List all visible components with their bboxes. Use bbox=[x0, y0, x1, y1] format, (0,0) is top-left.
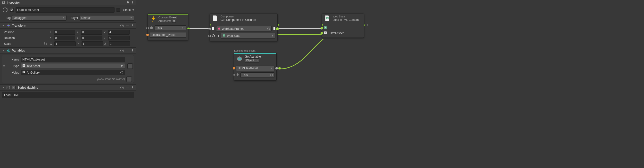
flow-input-port[interactable] bbox=[146, 27, 149, 29]
object-picker-icon[interactable] bbox=[270, 74, 273, 76]
foldout-icon[interactable]: ▼ bbox=[2, 24, 4, 27]
foldout-icon[interactable]: ▼ bbox=[2, 49, 4, 52]
lock-icon[interactable] bbox=[127, 1, 130, 4]
source-value: This bbox=[242, 73, 248, 77]
variable-name-input[interactable] bbox=[21, 57, 125, 62]
target-field[interactable]: WebSlateFramed bbox=[216, 26, 272, 31]
variable-type-label: Type bbox=[7, 64, 19, 68]
position-z-input[interactable] bbox=[108, 30, 130, 35]
graph-canvas[interactable]: Custom Event Arguments 0 ➔ This bbox=[136, 0, 644, 168]
node-header[interactable]: Custom Event Arguments 0 bbox=[148, 14, 188, 24]
node-get-component[interactable]: Component Get Component In Children ➔ ➔ bbox=[210, 13, 278, 41]
graph-name-field[interactable]: Load HTML bbox=[2, 92, 134, 98]
variable-kind-value: Object bbox=[246, 59, 254, 62]
flow-output-port[interactable]: ➔ bbox=[187, 26, 190, 30]
scale-y-input[interactable] bbox=[82, 41, 103, 46]
foldout-icon[interactable]: ▼ bbox=[2, 86, 4, 89]
target-field[interactable]: This bbox=[154, 25, 186, 31]
object-picker-icon[interactable] bbox=[120, 71, 123, 74]
variables-title: Variables bbox=[12, 49, 25, 52]
node-header[interactable]: Get Variable Object ▼ bbox=[234, 53, 276, 64]
variable-name-row: Name bbox=[3, 56, 133, 63]
static-dropdown-arrow[interactable]: ▾ bbox=[132, 8, 134, 12]
string-port[interactable] bbox=[146, 34, 149, 36]
help-icon[interactable]: ? bbox=[120, 24, 124, 27]
flow-input-port[interactable]: ➔ bbox=[320, 22, 323, 27]
variable-name-field[interactable]: HTMLTextAsset ▼ bbox=[236, 66, 274, 71]
input-port[interactable] bbox=[208, 28, 211, 30]
static-checkbox[interactable] bbox=[116, 8, 120, 12]
preset-icon[interactable] bbox=[126, 48, 129, 53]
input-port[interactable] bbox=[233, 74, 235, 76]
node-header[interactable]: Component Get Component In Children bbox=[210, 14, 277, 23]
output-port-value[interactable] bbox=[278, 67, 281, 70]
tag-dropdown[interactable]: Untagged ▼ bbox=[12, 15, 66, 21]
rotation-y-input[interactable] bbox=[81, 36, 102, 40]
component-menu-icon[interactable]: ⋮ bbox=[131, 49, 134, 52]
help-icon[interactable]: ? bbox=[120, 49, 124, 52]
port-row-name: HTMLTextAsset ▼ bbox=[236, 65, 274, 72]
node-load-html[interactable]: # Web Slate Load HTML Content ➔ ➔ ▷ # bbox=[322, 13, 364, 38]
scale-x-input[interactable] bbox=[54, 41, 76, 46]
variable-name-label: Name bbox=[7, 58, 19, 61]
script-small-icon: # bbox=[324, 26, 327, 30]
object-picker-icon[interactable] bbox=[182, 27, 184, 29]
script-machine-header[interactable]: ▼ ✓ Script Machine ? ⋮ bbox=[0, 84, 136, 90]
flow-end-icon: ▷ bbox=[366, 23, 368, 27]
scale-z-input[interactable] bbox=[109, 41, 130, 46]
position-x-input[interactable] bbox=[54, 30, 75, 35]
add-variable-button[interactable]: + bbox=[126, 77, 132, 82]
variable-type-dropdown[interactable]: Text Asset ▼ bbox=[21, 63, 125, 69]
target-value: This bbox=[156, 26, 162, 30]
preset-icon[interactable] bbox=[126, 85, 129, 89]
node-category-text: Web Slate bbox=[333, 15, 359, 18]
link-icon[interactable]: ⛓ bbox=[44, 42, 47, 46]
flow-output-port[interactable]: ➔ bbox=[276, 22, 279, 27]
position-y-input[interactable] bbox=[81, 30, 102, 35]
variable-value-field[interactable]: ArtGallery bbox=[21, 70, 125, 75]
script-machine-enabled-checkbox[interactable]: ✓ bbox=[12, 86, 16, 89]
variables-header[interactable]: ▼ Variables ? ⋮ bbox=[0, 47, 136, 54]
rotation-x-input[interactable] bbox=[54, 36, 75, 40]
gameobject-enabled-checkbox[interactable]: ✓ bbox=[10, 8, 14, 12]
node-get-variable[interactable]: Local to this client Get Variable Object… bbox=[234, 53, 276, 81]
new-variable-row: (New Variable Name) + bbox=[3, 76, 133, 82]
component-menu-icon[interactable]: ⋮ bbox=[131, 86, 134, 89]
help-icon[interactable]: ? bbox=[120, 86, 124, 89]
type-input-port[interactable] bbox=[208, 35, 211, 37]
source-field[interactable]: This bbox=[240, 72, 274, 78]
arguments-count[interactable]: 0 bbox=[172, 19, 176, 23]
layer-dropdown[interactable]: Default ▼ bbox=[80, 15, 134, 21]
output-port[interactable] bbox=[276, 27, 279, 30]
flow-output-port[interactable]: ➔ bbox=[362, 22, 366, 27]
gameobject-name-input[interactable] bbox=[16, 7, 114, 13]
node-header[interactable]: # Web Slate Load HTML Content bbox=[322, 14, 364, 23]
asset-input-port[interactable] bbox=[320, 32, 323, 34]
variable-type-row: ≡ Type Text Asset ▼ − bbox=[3, 63, 133, 69]
script-machine-body: Load HTML bbox=[0, 90, 136, 100]
script-machine-title: Script Machine bbox=[18, 86, 38, 89]
component-menu-icon[interactable]: ⋮ bbox=[131, 24, 134, 27]
type-field[interactable]: # Web Slate ▼ bbox=[221, 33, 276, 38]
variable-kind-dropdown[interactable]: Object ▼ bbox=[245, 58, 260, 63]
info-icon: i bbox=[2, 1, 5, 4]
drag-handle-icon[interactable]: ≡ bbox=[3, 64, 6, 68]
target-input-port[interactable] bbox=[320, 27, 323, 29]
string-port[interactable] bbox=[233, 67, 235, 70]
output-port-type[interactable] bbox=[276, 67, 278, 70]
chevron-down-icon: ▼ bbox=[62, 17, 65, 19]
remove-variable-button[interactable]: − bbox=[128, 63, 133, 69]
port-row-asset: Html Asset bbox=[324, 30, 362, 36]
transform-header[interactable]: ▼ Transform ? ⋮ bbox=[0, 22, 136, 29]
flow-input-port[interactable]: ➔ bbox=[208, 22, 211, 27]
event-name-field[interactable]: LoadButton_Press bbox=[150, 32, 186, 38]
preset-icon[interactable] bbox=[126, 23, 129, 28]
new-variable-hint: (New Variable Name) bbox=[97, 78, 125, 81]
rotation-z-input[interactable] bbox=[108, 36, 130, 40]
object-picker-icon[interactable] bbox=[268, 28, 270, 30]
chevron-down-icon: ▼ bbox=[120, 64, 123, 68]
context-menu-icon[interactable]: ⋮ bbox=[131, 1, 134, 4]
position-label: Position bbox=[2, 30, 48, 34]
node-custom-event[interactable]: Custom Event Arguments 0 ➔ This bbox=[148, 13, 188, 40]
inspector-panel: i Inspector ⋮ ✓ Static ▾ Tag Untagged ▼ … bbox=[0, 0, 136, 168]
